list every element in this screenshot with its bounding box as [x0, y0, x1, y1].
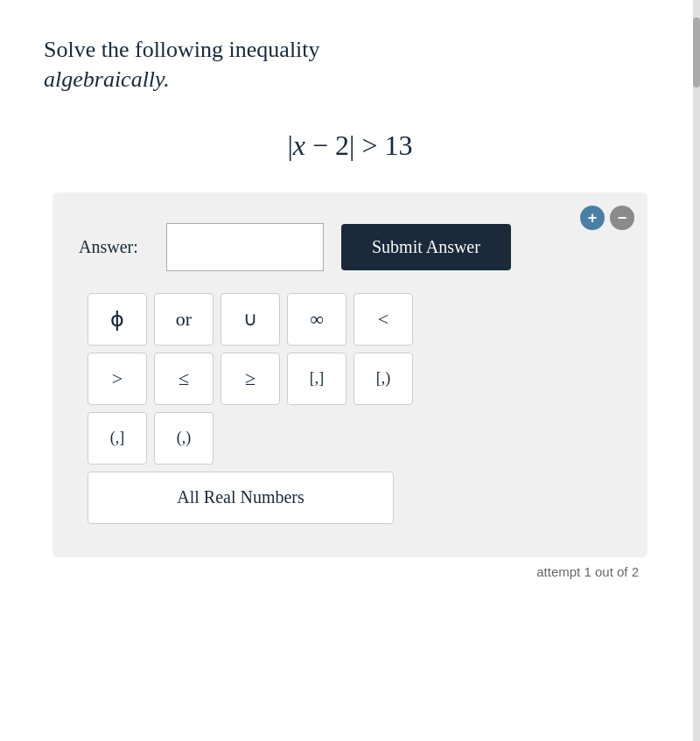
answer-row: Answer: Submit Answer — [79, 223, 621, 271]
panel-controls: + − — [580, 206, 634, 230]
equation-container: |x − 2| > 13 — [44, 129, 656, 162]
attempt-text: attempt 1 out of 2 — [44, 564, 656, 579]
key-greater-equal[interactable]: ≥ — [220, 353, 280, 405]
keypad-row-2: > ≤ ≥ [,] [,) — [88, 353, 621, 405]
problem-title: Solve the following inequality algebraic… — [44, 35, 656, 94]
submit-button[interactable]: Submit Answer — [341, 224, 511, 270]
key-phi[interactable]: ϕ — [88, 293, 147, 346]
key-paren-open[interactable]: (,) — [154, 412, 214, 465]
remove-icon: − — [618, 210, 627, 226]
answer-input[interactable] — [166, 223, 324, 271]
key-paren-half-open[interactable]: (,] — [88, 412, 147, 465]
key-bracket-closed[interactable]: [,] — [287, 353, 346, 405]
title-line2: algebraically. — [44, 66, 170, 92]
key-bracket-half-open[interactable]: [,) — [354, 353, 413, 405]
keypad-row-1: ϕ or ∪ ∞ < — [88, 293, 621, 346]
key-all-real-numbers[interactable]: All Real Numbers — [88, 472, 394, 524]
equation-display: |x − 2| > 13 — [287, 129, 412, 161]
key-infinity[interactable]: ∞ — [287, 293, 346, 346]
key-union[interactable]: ∪ — [220, 293, 280, 346]
keypad-row-3: (,] (,) — [88, 412, 621, 465]
key-less-equal[interactable]: ≤ — [154, 353, 214, 405]
key-or[interactable]: or — [154, 293, 214, 346]
add-row-button[interactable]: + — [580, 206, 605, 230]
key-greater-than[interactable]: > — [88, 353, 147, 405]
answer-panel: + − Answer: Submit Answer ϕ or ∪ ∞ < > — [52, 192, 648, 557]
key-less-than[interactable]: < — [354, 293, 413, 346]
submit-label: Submit Answer — [372, 237, 480, 256]
page-content: Solve the following inequality algebraic… — [0, 0, 700, 605]
keypad: ϕ or ∪ ∞ < > ≤ ≥ [,] [,) (,] (,) All Rea… — [88, 293, 621, 524]
keypad-row-4: All Real Numbers — [88, 472, 621, 524]
scrollbar-thumb[interactable] — [693, 17, 700, 87]
add-icon: + — [588, 210, 598, 226]
answer-label: Answer: — [79, 237, 149, 257]
remove-row-button[interactable]: − — [610, 206, 634, 230]
scrollbar[interactable] — [693, 0, 700, 741]
title-line1: Solve the following inequality — [44, 37, 320, 62]
